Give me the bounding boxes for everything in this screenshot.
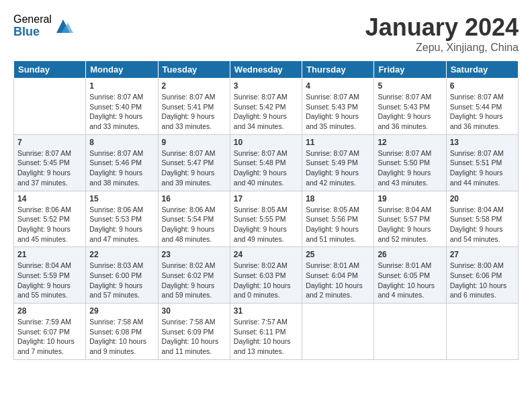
calendar-header-monday: Monday — [86, 61, 158, 79]
calendar-cell: 31Sunrise: 7:57 AM Sunset: 6:11 PM Dayli… — [230, 304, 302, 360]
calendar-week-row: 28Sunrise: 7:59 AM Sunset: 6:07 PM Dayli… — [14, 304, 519, 360]
day-number: 19 — [378, 194, 442, 203]
calendar-week-row: 7Sunrise: 8:07 AM Sunset: 5:45 PM Daylig… — [14, 134, 519, 191]
logo-text: General Blue — [13, 13, 52, 38]
day-info: Sunrise: 8:02 AM Sunset: 6:03 PM Dayligh… — [234, 261, 298, 300]
day-info: Sunrise: 8:07 AM Sunset: 5:47 PM Dayligh… — [162, 148, 226, 188]
day-number: 31 — [234, 306, 298, 316]
day-info: Sunrise: 8:07 AM Sunset: 5:50 PM Dayligh… — [378, 148, 442, 188]
day-info: Sunrise: 8:07 AM Sunset: 5:43 PM Dayligh… — [378, 92, 442, 132]
day-number: 29 — [89, 306, 154, 316]
day-number: 14 — [17, 194, 82, 203]
day-info: Sunrise: 8:01 AM Sunset: 6:05 PM Dayligh… — [378, 261, 442, 300]
calendar-cell: 11Sunrise: 8:07 AM Sunset: 5:49 PM Dayli… — [302, 134, 374, 191]
day-info: Sunrise: 8:07 AM Sunset: 5:43 PM Dayligh… — [306, 92, 370, 132]
calendar-cell: 12Sunrise: 8:07 AM Sunset: 5:50 PM Dayli… — [374, 134, 446, 191]
day-number: 15 — [89, 194, 154, 203]
page-header: General Blue January 2024 Zepu, Xinjiang… — [13, 13, 519, 54]
calendar-cell: 16Sunrise: 8:06 AM Sunset: 5:54 PM Dayli… — [158, 191, 230, 247]
calendar-header-saturday: Saturday — [446, 61, 518, 79]
logo-icon — [53, 16, 73, 36]
calendar-cell: 2Sunrise: 8:07 AM Sunset: 5:41 PM Daylig… — [158, 79, 230, 135]
calendar-cell: 5Sunrise: 8:07 AM Sunset: 5:43 PM Daylig… — [374, 79, 446, 135]
calendar-cell: 28Sunrise: 7:59 AM Sunset: 6:07 PM Dayli… — [14, 304, 86, 360]
calendar-cell: 20Sunrise: 8:04 AM Sunset: 5:58 PM Dayli… — [446, 191, 518, 247]
calendar-cell: 15Sunrise: 8:06 AM Sunset: 5:53 PM Dayli… — [86, 191, 158, 247]
calendar-cell: 22Sunrise: 8:03 AM Sunset: 6:00 PM Dayli… — [86, 247, 158, 304]
day-number: 12 — [378, 138, 442, 147]
calendar-cell: 21Sunrise: 8:04 AM Sunset: 5:59 PM Dayli… — [14, 247, 86, 304]
day-info: Sunrise: 8:07 AM Sunset: 5:41 PM Dayligh… — [162, 92, 226, 132]
calendar-cell: 26Sunrise: 8:01 AM Sunset: 6:05 PM Dayli… — [374, 247, 446, 304]
calendar-week-row: 21Sunrise: 8:04 AM Sunset: 5:59 PM Dayli… — [14, 247, 519, 304]
day-info: Sunrise: 8:07 AM Sunset: 5:40 PM Dayligh… — [89, 92, 154, 132]
day-number: 17 — [234, 194, 298, 203]
day-number: 24 — [234, 250, 298, 259]
day-number: 11 — [306, 138, 370, 147]
calendar-cell: 18Sunrise: 8:05 AM Sunset: 5:56 PM Dayli… — [302, 191, 374, 247]
day-number: 9 — [162, 138, 226, 147]
location: Zepu, Xinjiang, China — [365, 42, 519, 54]
calendar-cell: 4Sunrise: 8:07 AM Sunset: 5:43 PM Daylig… — [302, 79, 374, 135]
calendar-cell: 3Sunrise: 8:07 AM Sunset: 5:42 PM Daylig… — [230, 79, 302, 135]
day-number: 27 — [450, 250, 515, 259]
day-number: 26 — [378, 250, 442, 259]
day-info: Sunrise: 8:07 AM Sunset: 5:46 PM Dayligh… — [89, 148, 154, 188]
day-info: Sunrise: 8:05 AM Sunset: 5:55 PM Dayligh… — [234, 205, 298, 244]
day-number: 21 — [17, 250, 82, 259]
calendar-cell: 29Sunrise: 7:58 AM Sunset: 6:08 PM Dayli… — [86, 304, 158, 360]
calendar-cell: 6Sunrise: 8:07 AM Sunset: 5:44 PM Daylig… — [446, 79, 518, 135]
day-info: Sunrise: 8:02 AM Sunset: 6:02 PM Dayligh… — [162, 261, 226, 300]
day-number: 22 — [89, 250, 154, 259]
day-info: Sunrise: 8:04 AM Sunset: 5:58 PM Dayligh… — [450, 205, 515, 244]
day-info: Sunrise: 8:05 AM Sunset: 5:56 PM Dayligh… — [306, 205, 370, 244]
day-info: Sunrise: 8:07 AM Sunset: 5:44 PM Dayligh… — [450, 92, 515, 132]
calendar-cell: 10Sunrise: 8:07 AM Sunset: 5:48 PM Dayli… — [230, 134, 302, 191]
calendar-week-row: 1Sunrise: 8:07 AM Sunset: 5:40 PM Daylig… — [14, 79, 519, 135]
calendar-cell: 25Sunrise: 8:01 AM Sunset: 6:04 PM Dayli… — [302, 247, 374, 304]
day-number: 2 — [162, 81, 226, 91]
day-number: 8 — [89, 138, 154, 147]
logo-general: General — [13, 13, 52, 26]
calendar-cell: 17Sunrise: 8:05 AM Sunset: 5:55 PM Dayli… — [230, 191, 302, 247]
calendar-cell: 24Sunrise: 8:02 AM Sunset: 6:03 PM Dayli… — [230, 247, 302, 304]
calendar-cell: 30Sunrise: 7:58 AM Sunset: 6:09 PM Dayli… — [158, 304, 230, 360]
calendar-cell — [302, 304, 374, 360]
day-number: 30 — [162, 306, 226, 316]
logo-blue: Blue — [13, 26, 52, 39]
day-info: Sunrise: 8:00 AM Sunset: 6:06 PM Dayligh… — [450, 261, 515, 300]
calendar-cell: 14Sunrise: 8:06 AM Sunset: 5:52 PM Dayli… — [14, 191, 86, 247]
day-info: Sunrise: 7:58 AM Sunset: 6:08 PM Dayligh… — [89, 317, 154, 357]
day-number: 1 — [89, 81, 154, 91]
day-info: Sunrise: 7:59 AM Sunset: 6:07 PM Dayligh… — [17, 317, 82, 357]
day-info: Sunrise: 8:03 AM Sunset: 6:00 PM Dayligh… — [89, 261, 154, 300]
day-info: Sunrise: 8:07 AM Sunset: 5:51 PM Dayligh… — [450, 148, 515, 188]
calendar-header-row: SundayMondayTuesdayWednesdayThursdayFrid… — [14, 61, 519, 79]
day-number: 25 — [306, 250, 370, 259]
day-number: 3 — [234, 81, 298, 91]
calendar-week-row: 14Sunrise: 8:06 AM Sunset: 5:52 PM Dayli… — [14, 191, 519, 247]
calendar-cell — [14, 79, 86, 135]
day-info: Sunrise: 8:07 AM Sunset: 5:49 PM Dayligh… — [306, 148, 370, 188]
day-number: 13 — [450, 138, 515, 147]
day-number: 28 — [17, 306, 82, 316]
calendar-cell: 23Sunrise: 8:02 AM Sunset: 6:02 PM Dayli… — [158, 247, 230, 304]
calendar-cell: 9Sunrise: 8:07 AM Sunset: 5:47 PM Daylig… — [158, 134, 230, 191]
day-number: 5 — [378, 81, 442, 91]
day-info: Sunrise: 8:07 AM Sunset: 5:48 PM Dayligh… — [234, 148, 298, 188]
day-number: 10 — [234, 138, 298, 147]
calendar-header-tuesday: Tuesday — [158, 61, 230, 79]
day-info: Sunrise: 8:07 AM Sunset: 5:42 PM Dayligh… — [234, 92, 298, 132]
calendar-table: SundayMondayTuesdayWednesdayThursdayFrid… — [13, 60, 519, 360]
logo: General Blue — [13, 13, 73, 38]
calendar-header-friday: Friday — [374, 61, 446, 79]
day-info: Sunrise: 8:04 AM Sunset: 5:59 PM Dayligh… — [17, 261, 82, 300]
calendar-cell: 8Sunrise: 8:07 AM Sunset: 5:46 PM Daylig… — [86, 134, 158, 191]
month-title: January 2024 — [365, 13, 519, 42]
day-info: Sunrise: 8:06 AM Sunset: 5:52 PM Dayligh… — [17, 205, 82, 244]
calendar-header-sunday: Sunday — [14, 61, 86, 79]
day-info: Sunrise: 7:57 AM Sunset: 6:11 PM Dayligh… — [234, 317, 298, 357]
day-number: 18 — [306, 194, 370, 203]
day-info: Sunrise: 8:07 AM Sunset: 5:45 PM Dayligh… — [17, 148, 82, 188]
calendar-header-wednesday: Wednesday — [230, 61, 302, 79]
